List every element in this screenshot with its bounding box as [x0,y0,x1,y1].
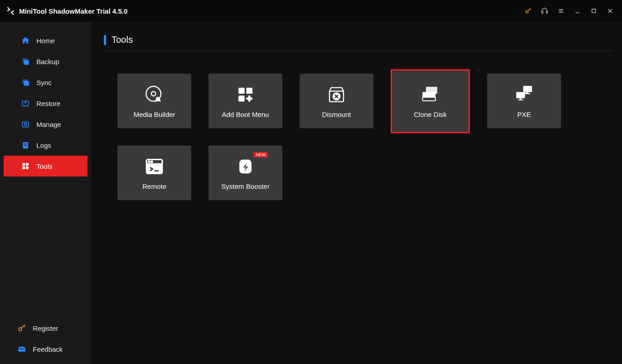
app-logo-icon [5,6,15,16]
svg-point-24 [19,328,22,331]
card-label: PXE [517,111,531,118]
disk-stack-icon [420,84,441,105]
disc-icon [144,84,165,105]
page-header: Tools [104,35,613,51]
card-label: System Booster [221,182,270,190]
box-x-icon [326,84,347,105]
sync-icon [21,78,30,87]
sidebar-item-label: Restore [36,100,61,107]
svg-rect-23 [26,167,29,169]
main-content: Tools Media Builder Add Boot Menu Dismou… [91,22,622,364]
svg-point-41 [424,98,426,100]
sidebar-item-label: Backup [36,58,59,66]
svg-rect-15 [22,122,28,127]
titlebar: MiniTool ShadowMaker Trial 4.5.0 [0,0,622,22]
sidebar-item-backup[interactable]: Backup [4,51,87,72]
svg-rect-22 [22,167,25,169]
svg-rect-7 [592,9,596,13]
network-pc-icon [514,84,535,105]
app-title: MiniTool ShadowMaker Trial 4.5.0 [19,7,127,15]
tools-grid: Media Builder Add Boot Menu Dismount Clo… [104,74,613,200]
svg-rect-28 [239,87,245,93]
card-media-builder[interactable]: Media Builder [117,74,191,128]
sidebar-feedback[interactable]: Feedback [0,339,91,359]
mail-icon [17,344,26,354]
card-system-booster[interactable]: NEW System Booster [209,146,282,200]
tools-icon [21,162,30,171]
header-accent-bar [104,35,106,45]
sidebar-item-home[interactable]: Home [4,30,87,51]
grid-plus-icon [235,84,256,105]
svg-point-27 [151,91,156,96]
backup-icon [21,57,30,66]
sidebar-item-manage[interactable]: Manage [4,114,87,135]
svg-rect-25 [19,347,25,352]
feedback-label: Feedback [33,345,63,353]
new-badge: NEW [254,152,268,157]
register-label: Register [33,324,58,332]
card-label: Dismount [322,111,351,118]
svg-rect-43 [527,92,529,93]
card-dismount[interactable]: Dismount [300,74,373,128]
card-remote[interactable]: Remote [117,146,191,200]
svg-rect-18 [24,144,27,144]
svg-rect-29 [246,87,252,93]
svg-rect-30 [239,95,245,101]
sidebar-item-label: Sync [36,79,51,86]
sidebar-item-label: Manage [36,121,61,128]
svg-rect-13 [24,81,29,86]
manage-icon [21,120,30,129]
logs-icon [21,141,30,150]
svg-point-16 [25,123,27,126]
register-key-button[interactable] [521,4,535,18]
sidebar-item-label: Home [36,37,55,45]
minimize-button[interactable] [570,4,585,18]
svg-point-52 [151,161,153,162]
page-title: Tools [112,35,133,45]
menu-button[interactable] [554,4,568,18]
card-clone-disk[interactable]: Clone Disk [391,69,470,133]
sidebar: Home Backup Sync Restore Manage Logs Too… [0,22,91,364]
terminal-icon [144,156,165,177]
card-label: Media Builder [133,111,175,118]
card-label: Add Boot Menu [222,111,269,118]
sidebar-item-label: Logs [36,142,51,149]
svg-rect-20 [22,163,25,166]
home-icon [21,36,30,45]
card-pxe[interactable]: PXE [487,74,561,128]
card-add-boot-menu[interactable]: Add Boot Menu [209,74,282,128]
svg-rect-21 [26,163,29,166]
svg-rect-47 [518,99,524,100]
svg-rect-19 [24,145,27,146]
svg-rect-45 [516,92,525,98]
sidebar-item-sync[interactable]: Sync [4,72,87,93]
support-button[interactable] [537,4,552,18]
restore-icon [21,99,30,108]
close-button[interactable] [603,4,617,18]
card-label: Remote [143,182,167,190]
sidebar-register[interactable]: Register [0,318,91,339]
svg-rect-2 [546,11,547,14]
sidebar-item-tools[interactable]: Tools [4,156,87,177]
card-label: Clone Disk [414,111,447,118]
svg-rect-11 [24,60,29,65]
sidebar-item-restore[interactable]: Restore [4,93,87,114]
sidebar-item-label: Tools [36,162,52,170]
svg-point-0 [526,10,528,13]
sidebar-item-logs[interactable]: Logs [4,135,87,156]
svg-point-51 [148,161,150,162]
booster-icon [235,156,256,177]
key-icon [17,324,26,333]
svg-rect-1 [541,11,543,14]
svg-rect-46 [520,98,521,99]
svg-rect-42 [523,86,532,91]
maximize-button[interactable] [586,4,601,18]
